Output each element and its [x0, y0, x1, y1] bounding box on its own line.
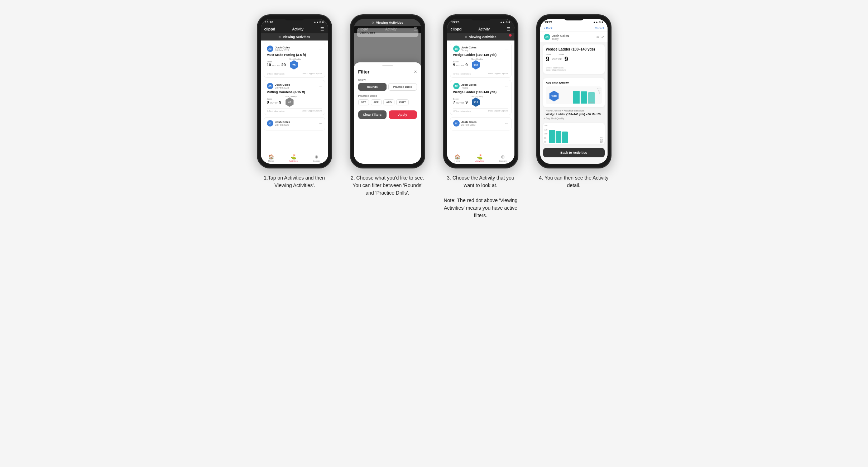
nav-home-3[interactable]: 🏠 Home — [455, 154, 460, 162]
edit-icon[interactable]: ✏ — [596, 35, 599, 39]
close-icon[interactable]: ✕ — [414, 70, 417, 74]
user-name-3-2: Josh Coles — [461, 83, 477, 86]
activity-card-3-3[interactable]: JC Josh Coles 28 Feb 2023 ··· — [450, 117, 512, 130]
bottom-nav-3: 🏠 Home ⛳ Activities ⊕ Capture — [447, 152, 514, 164]
filter-drills-label: Practice Drills — [358, 94, 417, 97]
cancel-button[interactable]: Cancel — [595, 27, 604, 30]
quality-label-1-2: Shot Quality — [285, 95, 297, 97]
viewing-banner-1[interactable]: ⚙ Viewing Activities — [261, 33, 328, 40]
phone-1: 13:20 ▲▲ ⊙ ■ clippd Activity ☰ ⚙ Viewing… — [257, 14, 332, 168]
screen-4: 13:21 ▲▲ ⊙ ■ < Back Cancel JC Josh Coles… — [540, 19, 608, 164]
card-header-1-1: JC Josh Coles 28 Feb 2023 ··· — [267, 46, 322, 52]
more-options-3-2[interactable]: ··· — [505, 84, 508, 88]
filter-drill-btns: OTT APP ARG PUTT — [358, 99, 417, 105]
app-btn[interactable]: APP — [371, 99, 382, 105]
apply-button[interactable]: Apply — [389, 110, 417, 119]
capture-label-3: Capture — [499, 160, 507, 162]
logo-1: clippd — [264, 27, 275, 31]
quality-block-3-1: Shot Quality 130 — [471, 58, 483, 70]
filter-handle — [382, 65, 393, 66]
user-name-1-2: Josh Coles — [275, 83, 291, 86]
activity-title-1-2: Putting Combine (3-15 ft) — [267, 90, 322, 94]
data-source-4: Data: Clippd Capture — [546, 69, 602, 71]
score-val-3-2: 7 — [453, 100, 455, 104]
quality-badge-1-2: 45 — [285, 97, 294, 107]
more-options-1-2[interactable]: ··· — [319, 84, 322, 88]
user-name-1-1: Josh Coles — [275, 46, 291, 49]
activity-card-1-2[interactable]: JC Josh Coles 28 Feb 2023 ··· Putting Co… — [264, 80, 325, 115]
bottom-nav-1: 🏠 Home ⛳ Activities ⊕ Capture — [261, 152, 328, 164]
quality-label-1-1: Shot Quality — [289, 58, 301, 60]
ott-btn[interactable]: OTT — [358, 99, 369, 105]
status-icons-1: ▲▲ ⊙ ■ — [314, 21, 324, 24]
app-header-3: clippd Activity ☰ — [447, 25, 514, 33]
user-date-3-1: Today — [461, 49, 477, 52]
viewing-banner-3[interactable]: ⚙ Viewing Activities — [447, 33, 514, 40]
user-meta-1-3: Josh Coles 28 Feb 2023 — [275, 120, 291, 126]
phone-3: 13:20 ▲▲ ⊙ ■ clippd Activity ☰ ⚙ Viewing… — [443, 14, 518, 168]
app-title-1: Activity — [292, 27, 303, 31]
more-options-1-1[interactable]: ··· — [319, 47, 322, 51]
user-info-1-3: JC Josh Coles 28 Feb 2023 — [267, 120, 291, 127]
putt-btn[interactable]: PUTT — [396, 99, 408, 105]
activity-title-3-2: Wedge Ladder (100-140 yds) — [453, 90, 508, 94]
avatar-1-1: JC — [267, 46, 273, 52]
hamburger-3[interactable]: ☰ — [507, 27, 510, 32]
avatar-3-2: JC — [453, 83, 460, 89]
out-of-3-1: OUT OF — [456, 65, 465, 67]
activity-card-1-3[interactable]: JC Josh Coles 28 Feb 2023 ··· — [264, 117, 325, 130]
card-stats-3-2: Score 7 OUT OF 9 Shot Quality 118 — [453, 95, 508, 107]
banner-text-2: Viewing Activities — [376, 21, 403, 24]
activity-card-3-2[interactable]: JC Josh Coles Today ··· Wedge Ladder (10… — [450, 80, 512, 115]
card-stats-1-2: Score 0 OUT OF 9 Shot Quality 45 — [267, 95, 322, 107]
user-meta-3-3: Josh Coles 28 Feb 2023 — [461, 120, 477, 126]
notch-1 — [284, 15, 305, 20]
phones-row: 13:20 ▲▲ ⊙ ■ clippd Activity ☰ ⚙ Viewing… — [253, 14, 615, 219]
session-title: Wedge Ladder (100–140 yds) - 06 Mar 23 — [546, 113, 602, 116]
shots-val-3-1: 9 — [465, 63, 467, 67]
clear-filters-button[interactable]: Clear Filters — [358, 110, 387, 119]
card-footer-3-2: ⊙ Test Information Data: Clippd Capture — [453, 108, 508, 112]
activity-title-1-1: Must Make Putting (3-6 ft) — [267, 53, 322, 57]
user-meta-4: Josh Coles Today — [552, 34, 569, 40]
filter-actions: Clear Filters Apply — [358, 110, 417, 119]
phone-2-column: 13:21 ▲▲ ⊙ ■ clippd Activity ☰ ⚙ Viewing… — [346, 14, 429, 197]
score-row-1-2: 0 OUT OF 9 — [267, 100, 282, 104]
more-options-1-3[interactable]: ··· — [319, 121, 322, 125]
user-name-3-1: Josh Coles — [461, 46, 477, 49]
avatar-3-1: JC — [453, 46, 460, 52]
back-activities-button[interactable]: Back to Activities — [543, 148, 605, 157]
more-options-3-1[interactable]: ··· — [505, 47, 508, 51]
hamburger-1[interactable]: ☰ — [320, 27, 324, 32]
quality-badge-3-1: 130 — [471, 60, 480, 70]
detail-quality-card: Avg Shot Quality 130 100 50 0 — [543, 78, 605, 107]
nav-home-1[interactable]: 🏠 Home — [268, 154, 274, 162]
quality-badge-1-1: 75 — [289, 60, 299, 70]
footer-right-1-1: Data: Clippd Capture — [302, 72, 322, 75]
activity-card-1-1[interactable]: JC Josh Coles 28 Feb 2023 ··· Must Make … — [264, 43, 325, 78]
practice-drills-btn[interactable]: Practice Drills — [388, 83, 417, 91]
out-of-3-2: OUT OF — [456, 102, 465, 104]
screen-2: 13:21 ▲▲ ⊙ ■ clippd Activity ☰ ⚙ Viewing… — [354, 19, 421, 164]
nav-capture-1[interactable]: ⊕ Capture — [313, 154, 320, 162]
arg-btn[interactable]: ARG — [383, 99, 395, 105]
back-button[interactable]: < Back — [544, 27, 553, 30]
user-meta-1-1: Josh Coles 28 Feb 2023 — [275, 46, 291, 52]
expand-icon[interactable]: ⤢ — [601, 35, 604, 39]
more-options-3-3[interactable]: ··· — [505, 121, 508, 125]
status-icons-4: ▲▲ ⊙ ■ — [593, 21, 603, 24]
quality-badge-3-2: 118 — [471, 97, 480, 107]
nav-activities-3[interactable]: ⛳ Activities — [475, 154, 484, 162]
home-icon-1: 🏠 — [268, 154, 274, 159]
detail-shots-val: 9 — [565, 56, 568, 63]
activity-card-3-1[interactable]: JC Josh Coles Today ··· Wedge Ladder (10… — [450, 43, 512, 78]
filter-title: Filter — [358, 69, 370, 75]
nav-activities-1[interactable]: ⛳ Activities — [289, 154, 298, 162]
rounds-btn[interactable]: Rounds — [358, 83, 387, 91]
status-time-3: 13:20 — [451, 20, 460, 24]
user-date-3-3: 28 Feb 2023 — [461, 124, 477, 126]
card-footer-1-2: ⊙ Test Information Data: Clippd Capture — [267, 108, 322, 112]
nav-capture-3[interactable]: ⊕ Capture — [499, 154, 507, 162]
viewing-banner-2[interactable]: ⚙ Viewing Activities — [354, 19, 421, 26]
detail-main-card: Wedge Ladder (100–140 yds) Score Shots 9… — [543, 44, 605, 74]
